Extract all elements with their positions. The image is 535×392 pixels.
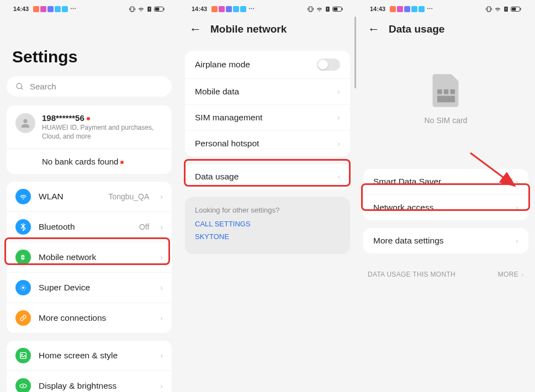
row-label: Airplane mode: [195, 60, 250, 70]
home-screen-row[interactable]: Home screen & style ›: [7, 341, 172, 371]
vibrate-icon: [307, 6, 314, 13]
cellular-icon: [15, 250, 31, 265]
no-sim-text: No SIM card: [425, 116, 468, 125]
row-label: WLAN: [39, 192, 100, 202]
search-icon: [15, 82, 24, 91]
status-app-icons: [211, 6, 246, 12]
mobile-data-row[interactable]: Mobile data ›: [185, 79, 350, 105]
page-title: Settings: [0, 17, 178, 76]
status-bar: 14:43 ⋯: [0, 0, 178, 17]
mobile-network-row[interactable]: Mobile network ›: [7, 242, 172, 273]
personal-hotspot-row[interactable]: Personal hotspot ›: [185, 131, 350, 156]
call-settings-link[interactable]: CALL SETTINGS: [195, 220, 340, 228]
chevron-right-icon: ›: [160, 223, 163, 231]
more-data-settings-row[interactable]: More data settings ›: [363, 228, 528, 253]
smart-data-saver-row[interactable]: Smart Data Saver Off›: [363, 169, 528, 195]
page-title: Mobile network: [210, 23, 287, 35]
row-label: Bluetooth: [39, 222, 131, 232]
home-style-icon: [15, 348, 31, 363]
data-usage-row[interactable]: Data usage ›: [185, 164, 350, 189]
chevron-right-icon: ›: [337, 87, 340, 96]
more-link[interactable]: MORE›: [498, 270, 524, 279]
svg-rect-0: [131, 7, 134, 12]
data-saver-card: Smart Data Saver Off› Network access ›: [363, 169, 528, 220]
account-row[interactable]: 198******56 HUAWEI ID, Payment and purch…: [7, 105, 172, 149]
more-connections-row[interactable]: More connections ›: [7, 303, 172, 333]
row-label: Personal hotspot: [195, 139, 259, 149]
screen-mobile-network: 14:43 ⋯ ← Mobile network Airplane mode: [178, 0, 357, 392]
row-value: Off: [502, 177, 512, 186]
network-access-row[interactable]: Network access ›: [363, 195, 528, 220]
page-header: ← Mobile network: [178, 17, 357, 40]
page-header: ← Data usage: [357, 17, 535, 40]
chevron-right-icon: ›: [160, 253, 163, 262]
svg-rect-8: [163, 8, 164, 10]
svg-rect-35: [520, 8, 521, 10]
chevron-right-icon: ›: [516, 236, 518, 245]
wifi-icon: [494, 6, 501, 13]
status-bar: 14:43 ⋯: [357, 0, 535, 17]
chevron-right-icon: ›: [337, 139, 340, 148]
search-input[interactable]: Search: [7, 76, 172, 97]
svg-rect-36: [437, 89, 442, 94]
status-time: 14:43: [192, 6, 207, 12]
svg-point-17: [23, 385, 24, 387]
back-arrow-icon[interactable]: ←: [189, 22, 202, 36]
wifi-icon: [15, 189, 31, 204]
svg-rect-25: [333, 7, 337, 10]
skytone-link[interactable]: SKYTONE: [195, 232, 340, 241]
bluetooth-row[interactable]: Bluetooth Off ›: [7, 212, 172, 242]
link-icon: [15, 310, 31, 326]
other-settings-card: Looking for other settings? CALL SETTING…: [185, 197, 350, 254]
svg-rect-18: [309, 7, 312, 12]
toggle-switch[interactable]: [317, 59, 340, 71]
back-arrow-icon[interactable]: ←: [368, 22, 380, 36]
svg-rect-39: [437, 96, 455, 103]
bank-cards-row[interactable]: No bank cards found: [7, 149, 172, 174]
svg-point-9: [17, 83, 22, 88]
more-settings-card: More data settings ›: [363, 228, 528, 253]
display-brightness-row[interactable]: Display & brightness ›: [7, 371, 172, 392]
svg-rect-34: [512, 7, 516, 10]
svg-rect-23: [327, 10, 328, 10]
search-placeholder: Search: [30, 82, 56, 91]
svg-rect-32: [506, 10, 506, 10]
exclaim-icon: [325, 6, 331, 12]
super-device-row[interactable]: Super Device ›: [7, 273, 172, 303]
svg-rect-26: [342, 8, 342, 10]
airplane-mode-row[interactable]: Airplane mode: [185, 51, 350, 79]
exclaim-icon: [146, 6, 152, 12]
chevron-right-icon: ›: [516, 177, 518, 186]
svg-rect-22: [327, 7, 328, 9]
row-value: Tongbu_QA: [108, 192, 149, 201]
svg-rect-38: [450, 89, 455, 94]
chevron-right-icon: ›: [160, 192, 163, 201]
eye-icon: [15, 378, 31, 392]
svg-rect-14: [20, 353, 27, 359]
svg-rect-37: [443, 89, 448, 94]
svg-rect-4: [149, 7, 150, 9]
svg-rect-27: [488, 7, 490, 12]
chevron-right-icon: ›: [160, 314, 163, 322]
row-label: Display & brightness: [39, 381, 149, 391]
chevron-right-icon: ›: [160, 382, 163, 390]
wlan-row[interactable]: WLAN Tongbu_QA ›: [7, 182, 172, 212]
bluetooth-icon: [15, 219, 31, 235]
vibrate-icon: [129, 6, 136, 13]
hint-title: Looking for other settings?: [195, 206, 340, 214]
vibrate-icon: [485, 6, 492, 13]
status-time: 14:43: [13, 6, 29, 12]
display-section: Home screen & style › Display & brightne…: [7, 341, 172, 392]
status-right-icons: [307, 6, 343, 13]
battery-icon: [332, 6, 343, 12]
red-dot-icon: [87, 117, 90, 120]
row-label: Data usage: [195, 172, 239, 182]
chevron-right-icon: ›: [337, 113, 340, 122]
status-app-icons: [390, 6, 425, 12]
status-right-icons: [485, 6, 522, 13]
data-usage-section-header: DATA USAGE THIS MONTH MORE›: [357, 261, 535, 279]
svg-point-15: [22, 354, 23, 356]
status-bar: 14:43 ⋯: [178, 0, 357, 17]
status-app-icons: [33, 6, 68, 12]
sim-management-row[interactable]: SIM management ›: [185, 105, 350, 131]
